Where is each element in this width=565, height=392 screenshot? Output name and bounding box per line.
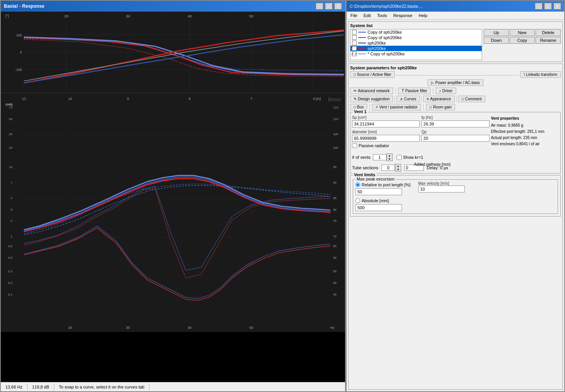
sep5 — [456, 96, 457, 102]
svg-text:0: 0 — [20, 50, 22, 54]
svg-text:110: 110 — [333, 117, 338, 121]
qp-input[interactable] — [421, 135, 489, 142]
qp-label: Qp — [421, 130, 489, 134]
list-item[interactable]: ✓ * Copy of sph200ke — [350, 51, 482, 57]
curves-icon: ∧ — [400, 97, 403, 101]
limits-two-col: Relative to port length [%] Absolute [mm… — [355, 181, 555, 211]
system-list-label: System list — [350, 23, 561, 28]
list-item[interactable]: Copy of sph200ke — [350, 35, 482, 40]
svg-text:100: 100 — [16, 33, 22, 37]
list-buttons: Up New Delete Down Copy Rename — [484, 29, 561, 60]
linkwitz-btn[interactable]: \ Linkwitz transform — [520, 71, 561, 78]
right-maximize-button[interactable]: □ — [544, 3, 552, 10]
source-label: Source / Active filter — [357, 72, 391, 77]
svg-text:50: 50 — [333, 281, 337, 285]
item-checkbox-2[interactable] — [352, 35, 357, 40]
source-active-filter-btn[interactable]: □ Source / Active filter — [350, 71, 395, 78]
absolute-label: Absolute [mm] — [362, 198, 389, 203]
list-item[interactable]: sph200ke — [350, 40, 482, 46]
right-close-button[interactable]: ✕ — [553, 3, 561, 10]
show-kr1-row: Show kr=1 — [397, 155, 423, 160]
rename-button[interactable]: Rename — [536, 37, 561, 44]
window-controls[interactable]: — □ ✕ — [316, 3, 342, 10]
list-item-selected[interactable]: ✓ sph200ke — [350, 46, 482, 51]
show-kr1-label: Show kr=1 — [403, 155, 423, 160]
item-color-line-2 — [358, 37, 366, 38]
curves-btn[interactable]: ∧ Curves — [397, 96, 420, 102]
svg-text:45: 45 — [333, 293, 337, 296]
copy-button[interactable]: Copy — [510, 37, 535, 44]
spinner-down[interactable]: ▼ — [387, 157, 392, 161]
diameter-input[interactable] — [352, 135, 420, 142]
passive-filter-btn[interactable]: T Passive filter — [398, 88, 431, 94]
up-button[interactable]: Up — [484, 29, 509, 36]
show-kr1-checkbox[interactable] — [397, 155, 402, 160]
right-minimize-button[interactable]: — — [535, 3, 543, 10]
advanced-network-btn[interactable]: ✏ Advanced network — [350, 88, 393, 94]
driver-btn[interactable]: ♪ Driver — [436, 88, 456, 94]
vent1-group: Vent 1 Sp [cm²] diameter [mm] Passive ra… — [350, 112, 561, 174]
close-button[interactable]: ✕ — [334, 3, 342, 10]
relative-radio[interactable] — [355, 182, 360, 187]
item-checkbox-1[interactable] — [352, 30, 357, 34]
passive-icon: T — [402, 89, 404, 93]
svg-text:40: 40 — [187, 14, 192, 18]
sp-input[interactable] — [352, 120, 420, 127]
svg-text:65: 65 — [333, 244, 337, 248]
system-list-section: System list Copy of sph200ke Copy of sph… — [348, 21, 563, 62]
watermark: Basta! — [328, 97, 341, 102]
list-item[interactable]: Copy of sph200ke — [350, 29, 482, 35]
diameter-field: diameter [mm] — [352, 130, 420, 142]
svg-text:70: 70 — [333, 235, 337, 238]
relative-value-input[interactable] — [355, 188, 402, 195]
svg-text:7: 7 — [10, 181, 12, 184]
design-suggestion-btn[interactable]: ✎ Design suggestion — [350, 96, 393, 102]
menu-help[interactable]: Help — [417, 13, 429, 18]
absolute-value-input[interactable] — [355, 204, 402, 211]
max-velocity-input[interactable] — [418, 186, 465, 193]
vent-passive-btn[interactable]: = Vent / passive radiator — [372, 104, 421, 110]
maximize-button[interactable]: □ — [325, 3, 333, 10]
menu-edit[interactable]: Edit — [362, 13, 373, 18]
item-checkbox-3[interactable] — [352, 41, 357, 45]
right-window-controls[interactable]: — □ ✕ — [535, 3, 561, 10]
fp-input[interactable] — [421, 120, 489, 127]
room-gain-btn[interactable]: □ Room gain — [426, 104, 455, 110]
down-button[interactable]: Down — [484, 37, 509, 44]
delete-button[interactable]: Delete — [536, 29, 561, 36]
svg-text:30: 30 — [126, 326, 130, 330]
system-list[interactable]: Copy of sph200ke Copy of sph200ke sph200… — [350, 29, 482, 60]
item-name-2: Copy of sph200ke — [368, 35, 402, 40]
appearance-btn[interactable]: ≡ Appearance — [423, 96, 455, 102]
power-amp-btn[interactable]: ▷ Power amplifier / AC-bass — [428, 79, 483, 86]
svg-text:0,3: 0,3 — [8, 270, 13, 273]
box-icon: □ — [354, 105, 356, 109]
spinner-up[interactable]: ▲ — [387, 154, 392, 157]
passive-radiator-checkbox[interactable] — [352, 143, 357, 148]
menu-response[interactable]: Response — [392, 13, 414, 18]
item-checkbox-4[interactable]: ✓ — [352, 46, 357, 51]
item-color-line-3 — [358, 43, 366, 43]
absolute-radio[interactable] — [355, 198, 360, 203]
item-name-5: * Copy of sph200ke — [368, 52, 405, 56]
minimize-button[interactable]: — — [316, 3, 323, 10]
top-chart: 20 30 40 50 100 0 -100 [°] — [1, 12, 345, 93]
svg-text:0,8: 0,8 — [8, 244, 13, 248]
item-checkbox-5[interactable]: ✓ — [352, 52, 357, 56]
new-button[interactable]: New — [510, 29, 535, 36]
item-color-line-4 — [358, 48, 366, 49]
vents-row: # of vents ▲ ▼ Show kr=1 — [352, 152, 559, 162]
fp-label: fp [Hz] — [421, 115, 489, 120]
svg-text:50: 50 — [9, 117, 12, 121]
menu-file[interactable]: File — [349, 13, 359, 18]
response-window: Basta! - Response — □ ✕ — [0, 0, 346, 392]
svg-text:13: 13 — [22, 97, 26, 101]
tube-spinner-down[interactable]: ▼ — [395, 168, 401, 171]
vent-actual-length: Actual port length: 235 mm — [491, 135, 559, 141]
menu-tools[interactable]: Tools — [376, 13, 389, 18]
num-vents-input[interactable] — [373, 154, 386, 160]
tube-spinner-up[interactable]: ▲ — [395, 164, 401, 168]
comment-btn[interactable]: □ Comment — [458, 96, 485, 102]
source-icon: □ — [354, 72, 356, 77]
tube-sections-input[interactable] — [381, 165, 395, 171]
